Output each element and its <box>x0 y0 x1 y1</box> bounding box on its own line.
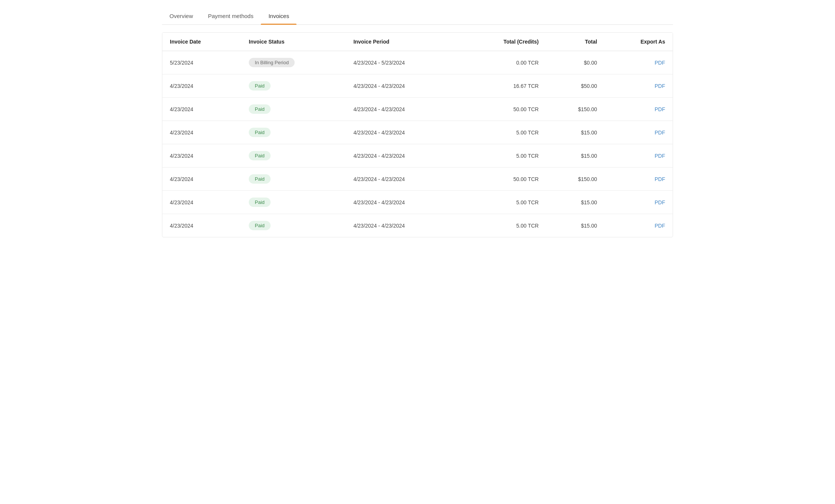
cell-credits-1: 16.67 TCR <box>460 74 546 98</box>
cell-period-6: 4/23/2024 - 4/23/2024 <box>346 191 460 214</box>
cell-date-1: 4/23/2024 <box>162 74 241 98</box>
table-row: 5/23/2024 In Billing Period 4/23/2024 - … <box>162 51 673 74</box>
table-row: 4/23/2024 Paid 4/23/2024 - 4/23/2024 5.0… <box>162 144 673 167</box>
status-badge-7: Paid <box>249 221 271 230</box>
status-badge-4: Paid <box>249 151 271 160</box>
cell-total-4: $15.00 <box>546 144 604 167</box>
cell-total-3: $15.00 <box>546 121 604 144</box>
pdf-link-0[interactable]: PDF <box>655 60 665 66</box>
cell-status-6: Paid <box>241 191 346 214</box>
status-badge-2: Paid <box>249 104 271 114</box>
table-row: 4/23/2024 Paid 4/23/2024 - 4/23/2024 16.… <box>162 74 673 98</box>
table-row: 4/23/2024 Paid 4/23/2024 - 4/23/2024 50.… <box>162 167 673 191</box>
pdf-link-4[interactable]: PDF <box>655 153 665 159</box>
cell-export-3: PDF <box>605 121 673 144</box>
cell-credits-2: 50.00 TCR <box>460 98 546 121</box>
cell-credits-5: 50.00 TCR <box>460 167 546 191</box>
pdf-link-1[interactable]: PDF <box>655 83 665 89</box>
cell-total-6: $15.00 <box>546 191 604 214</box>
cell-status-2: Paid <box>241 98 346 121</box>
table-header-row: Invoice Date Invoice Status Invoice Peri… <box>162 33 673 51</box>
cell-date-7: 4/23/2024 <box>162 214 241 237</box>
cell-date-0: 5/23/2024 <box>162 51 241 74</box>
invoices-table: Invoice Date Invoice Status Invoice Peri… <box>162 33 673 237</box>
cell-export-6: PDF <box>605 191 673 214</box>
invoices-table-container: Invoice Date Invoice Status Invoice Peri… <box>162 32 673 237</box>
status-badge-3: Paid <box>249 128 271 137</box>
cell-date-6: 4/23/2024 <box>162 191 241 214</box>
status-badge-5: Paid <box>249 174 271 184</box>
cell-credits-0: 0.00 TCR <box>460 51 546 74</box>
cell-date-3: 4/23/2024 <box>162 121 241 144</box>
col-header-invoice-date: Invoice Date <box>162 33 241 51</box>
pdf-link-2[interactable]: PDF <box>655 106 665 112</box>
cell-credits-7: 5.00 TCR <box>460 214 546 237</box>
pdf-link-3[interactable]: PDF <box>655 130 665 136</box>
status-badge-0: In Billing Period <box>249 58 295 67</box>
col-header-export-as: Export As <box>605 33 673 51</box>
cell-period-3: 4/23/2024 - 4/23/2024 <box>346 121 460 144</box>
pdf-link-6[interactable]: PDF <box>655 199 665 205</box>
pdf-link-5[interactable]: PDF <box>655 176 665 182</box>
cell-export-7: PDF <box>605 214 673 237</box>
cell-status-4: Paid <box>241 144 346 167</box>
cell-total-0: $0.00 <box>546 51 604 74</box>
cell-date-4: 4/23/2024 <box>162 144 241 167</box>
cell-period-1: 4/23/2024 - 4/23/2024 <box>346 74 460 98</box>
cell-date-5: 4/23/2024 <box>162 167 241 191</box>
cell-status-5: Paid <box>241 167 346 191</box>
cell-period-7: 4/23/2024 - 4/23/2024 <box>346 214 460 237</box>
col-header-invoice-status: Invoice Status <box>241 33 346 51</box>
cell-date-2: 4/23/2024 <box>162 98 241 121</box>
cell-credits-6: 5.00 TCR <box>460 191 546 214</box>
col-header-total-credits: Total (Credits) <box>460 33 546 51</box>
table-row: 4/23/2024 Paid 4/23/2024 - 4/23/2024 50.… <box>162 98 673 121</box>
col-header-invoice-period: Invoice Period <box>346 33 460 51</box>
tab-overview[interactable]: Overview <box>162 8 201 24</box>
cell-total-1: $50.00 <box>546 74 604 98</box>
cell-period-4: 4/23/2024 - 4/23/2024 <box>346 144 460 167</box>
tabs-nav: Overview Payment methods Invoices <box>162 0 673 25</box>
cell-credits-3: 5.00 TCR <box>460 121 546 144</box>
status-badge-6: Paid <box>249 198 271 207</box>
cell-total-7: $15.00 <box>546 214 604 237</box>
cell-total-5: $150.00 <box>546 167 604 191</box>
cell-period-2: 4/23/2024 - 4/23/2024 <box>346 98 460 121</box>
table-row: 4/23/2024 Paid 4/23/2024 - 4/23/2024 5.0… <box>162 121 673 144</box>
cell-export-4: PDF <box>605 144 673 167</box>
cell-total-2: $150.00 <box>546 98 604 121</box>
cell-period-0: 4/23/2024 - 5/23/2024 <box>346 51 460 74</box>
cell-export-1: PDF <box>605 74 673 98</box>
cell-export-5: PDF <box>605 167 673 191</box>
page-container: Overview Payment methods Invoices Invoic… <box>154 0 681 237</box>
pdf-link-7[interactable]: PDF <box>655 223 665 229</box>
table-row: 4/23/2024 Paid 4/23/2024 - 4/23/2024 5.0… <box>162 214 673 237</box>
cell-status-0: In Billing Period <box>241 51 346 74</box>
col-header-total: Total <box>546 33 604 51</box>
cell-export-2: PDF <box>605 98 673 121</box>
cell-period-5: 4/23/2024 - 4/23/2024 <box>346 167 460 191</box>
cell-export-0: PDF <box>605 51 673 74</box>
table-row: 4/23/2024 Paid 4/23/2024 - 4/23/2024 5.0… <box>162 191 673 214</box>
cell-credits-4: 5.00 TCR <box>460 144 546 167</box>
cell-status-1: Paid <box>241 74 346 98</box>
status-badge-1: Paid <box>249 81 271 91</box>
cell-status-7: Paid <box>241 214 346 237</box>
tab-payment-methods[interactable]: Payment methods <box>201 8 261 24</box>
tab-invoices[interactable]: Invoices <box>261 8 296 24</box>
cell-status-3: Paid <box>241 121 346 144</box>
